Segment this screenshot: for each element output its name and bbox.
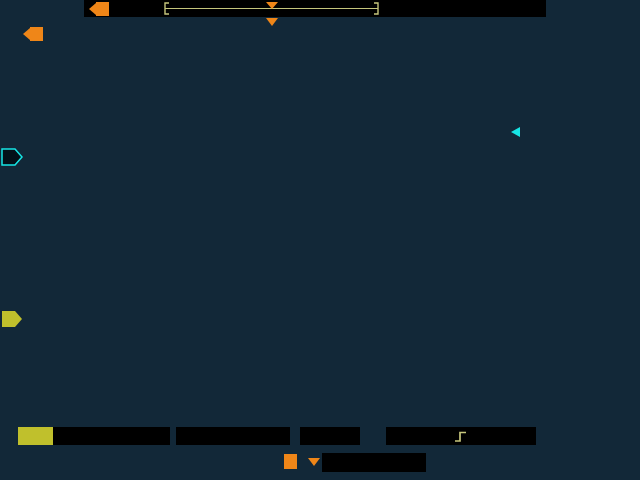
record-trigger-position-icon xyxy=(266,2,278,9)
trigger-level-arrow-icon xyxy=(511,127,520,137)
ch1-ground-marker xyxy=(1,309,24,329)
ch2-scale-readout xyxy=(176,427,290,445)
ch1-scale-readout xyxy=(53,427,170,445)
left-arrow-icon xyxy=(23,28,30,40)
rising-edge-icon xyxy=(454,430,468,443)
oscilloscope-screen xyxy=(0,0,640,480)
trigger-point-icon xyxy=(23,27,43,41)
delay-triangle-icon xyxy=(308,458,320,466)
ch1-badge xyxy=(18,427,53,445)
trigger-readout xyxy=(386,427,536,445)
record-view-bar xyxy=(0,0,640,18)
delay-t-icon xyxy=(284,454,297,469)
waveform-display xyxy=(0,0,640,480)
ch2-ground-marker xyxy=(1,147,24,167)
trigger-position-icon xyxy=(266,18,278,26)
delay-time-readout xyxy=(322,453,426,472)
timebase-readout xyxy=(300,427,360,445)
